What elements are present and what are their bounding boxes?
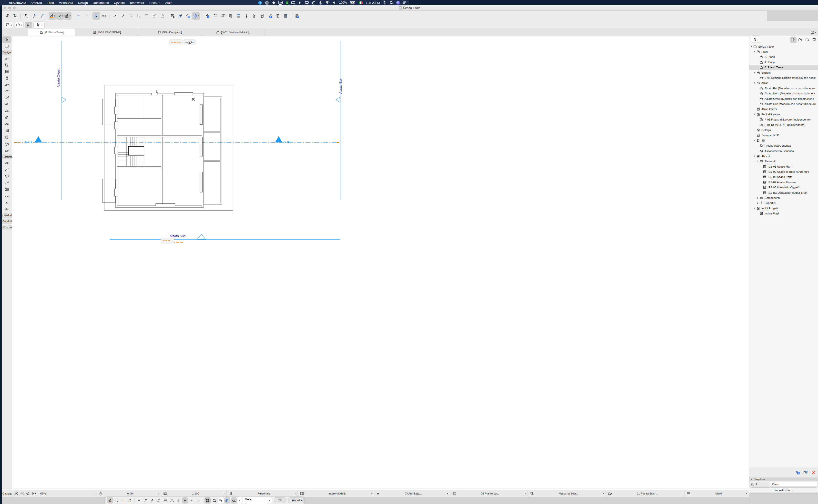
inject-parameters-icon[interactable] [38,12,46,20]
airplay-icon[interactable] [305,1,309,5]
guide-lines-icon[interactable]: ▾ [49,12,56,20]
favorites-icon[interactable] [184,12,192,20]
base-line-icon[interactable] [159,12,166,20]
guide-segment-button[interactable] [170,40,182,45]
display-icon[interactable] [291,1,295,5]
redo-icon[interactable]: ↻ [11,12,19,20]
tool-column[interactable] [2,75,12,81]
tool-spline[interactable] [2,180,12,186]
tool-fill[interactable] [2,160,12,166]
menu-teamwork[interactable]: Teamwork [127,1,146,5]
bettertouch-icon[interactable]: δ [258,1,262,5]
toolbox-group-tubazio[interactable]: Tubazio [2,225,12,230]
tool-skylight[interactable] [2,121,12,128]
find-select-icon[interactable] [23,12,30,20]
pens-icon[interactable] [243,12,250,20]
toolbox-section-docume[interactable]: Docume [2,154,12,159]
tool-figure[interactable] [2,186,12,193]
guide-visibility-button[interactable] [184,40,195,45]
menu-archivio[interactable]: Archivio [28,1,44,5]
tool-camera[interactable] [2,206,12,212]
siri-icon[interactable] [396,1,400,5]
guide-segment-button-bottom[interactable] [161,238,174,243]
morph-icon[interactable] [177,12,184,20]
drawing-canvas[interactable]: Alzato Ovest Alzato Est Alzato Sud S-01 … [12,36,409,252]
tool-circle[interactable] [2,173,12,180]
surfaces-icon[interactable] [251,12,258,20]
floor-plan-drawing[interactable] [99,81,238,216]
section-label-left[interactable]: S-01 [25,140,32,144]
toolbox-section-design[interactable]: Design [2,50,12,55]
toolbox-group-condutt[interactable]: Condutt [2,219,12,224]
composites-icon[interactable] [227,12,234,20]
tab--0-piano-terra-[interactable]: [0. Piano Terra] [28,29,75,36]
adjust-icon[interactable] [120,12,127,20]
tool-beam[interactable] [2,81,12,88]
menu-documento[interactable]: Documento [90,1,111,5]
guide-segment-icon[interactable]: ▾ [56,12,64,20]
favorites-list-icon[interactable] [258,12,266,20]
creative-cloud-icon[interactable]: ◎ [265,1,269,5]
menu-archicad[interactable]: ARCHICAD [6,1,28,5]
tool-section-marker[interactable] [2,193,12,199]
tool-railing[interactable] [2,101,12,108]
tool-roof[interactable] [2,108,12,114]
tool-zone[interactable] [2,141,12,147]
tool-elevation-marker[interactable] [2,199,12,206]
split-icon[interactable]: ✂ [112,12,119,20]
wifi-icon[interactable] [325,1,329,5]
elevation-label-west[interactable]: Alzato Ovest [57,69,60,87]
tool-line[interactable] [2,166,12,173]
align-icon[interactable] [127,12,135,20]
text-styles-icon[interactable] [274,12,281,20]
view-3d-icon[interactable]: ▾ [192,12,200,20]
arrow-tool-icon[interactable]: › [33,21,45,28]
classification-icon[interactable] [293,12,301,20]
menu-design[interactable]: Design [76,1,90,5]
tab--3d-completo-[interactable]: [3D / Completo] [138,29,201,36]
magnet-icon[interactable] [25,22,32,28]
calendar-icon[interactable]: 26 [278,1,282,5]
tool-stair[interactable] [2,95,12,101]
istat-bars-icon[interactable] [286,1,288,4]
resize-icon[interactable] [151,12,158,20]
flag-italy-icon[interactable] [359,1,362,4]
toolbox-group-ulteriori[interactable]: Ulteriori [2,213,12,218]
fill-types-icon[interactable] [219,12,227,20]
marquee-nodes-icon[interactable]: › [4,22,13,28]
fast-user-icon[interactable] [383,1,386,5]
schedules-icon[interactable] [282,12,289,20]
spotlight-icon[interactable] [390,1,393,5]
menu-opzioni[interactable]: Opzioni [111,1,127,5]
notification-center-icon[interactable] [403,1,406,5]
tool-curtain-wall[interactable] [2,128,12,134]
fillet-icon[interactable] [143,12,150,20]
elevation-label-south[interactable]: Alzato Sud [170,234,185,238]
snap-grid-icon[interactable] [92,12,100,20]
elevation-label-east[interactable]: Alzato Est [339,79,342,94]
pickup-parameters-icon[interactable] [30,12,38,20]
menu-visualizza[interactable]: Visualizza [56,1,75,5]
section-label-right[interactable]: S-01 [283,140,291,144]
undo-icon[interactable]: ↺ [3,12,11,20]
tool-wall[interactable] [2,55,12,62]
pointer-icon[interactable] [298,1,302,5]
line-types-icon[interactable] [211,12,219,20]
coordinates-icon[interactable]: XY:▾ [64,12,71,20]
menu-clock[interactable]: Lun 20:13 [366,1,380,5]
profiles-icon[interactable] [235,12,242,20]
volume-icon[interactable] [332,1,336,5]
tab--f-01-revisione-[interactable]: [F-01 REVISIONE] [75,29,138,36]
rotated-grid-icon[interactable] [74,12,82,20]
tool-slab[interactable] [2,88,12,95]
tool-mesh[interactable] [2,147,12,154]
tool-window[interactable] [2,68,12,75]
tool-shell[interactable] [2,114,12,121]
rotated-grid-alt-icon[interactable] [82,12,90,20]
measure-icon[interactable]: 12 [100,12,108,20]
time-machine-icon[interactable] [312,1,315,5]
tab--s-01-sezione-edificio-[interactable]: [S-01 Sezione Edificio] [201,29,264,36]
trim-icon[interactable] [135,12,142,20]
tool-door[interactable] [2,62,12,68]
layers-attr-icon[interactable] [204,12,211,20]
